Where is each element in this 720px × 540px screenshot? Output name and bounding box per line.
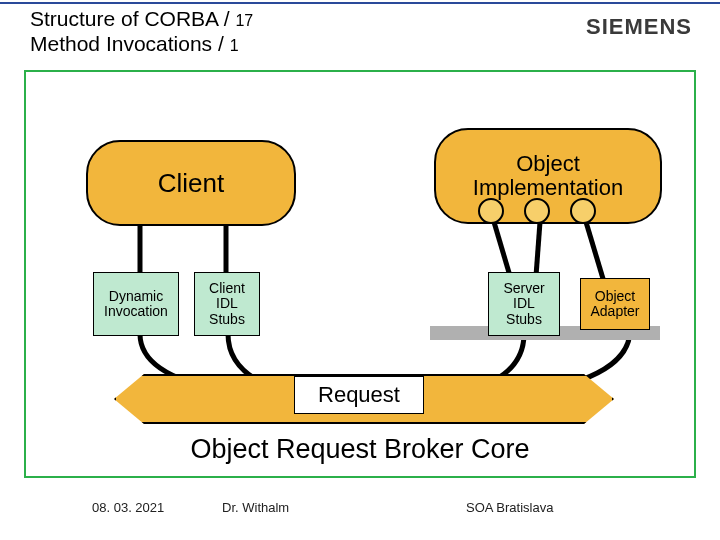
oa-l2: Adapter: [590, 304, 639, 319]
title-line2-num: 1: [230, 37, 239, 54]
server-idl-stubs-block: Server IDL Stubs: [488, 272, 560, 336]
dyn-l2: Invocation: [104, 304, 168, 319]
object-instance-dot: [524, 198, 550, 224]
object-adapter-block: Object Adapter: [580, 278, 650, 330]
object-instance-dot: [478, 198, 504, 224]
object-instance-dot: [570, 198, 596, 224]
sidl-l3: Stubs: [506, 312, 542, 327]
cidl-l2: IDL: [216, 296, 238, 311]
footer-place: SOA Bratislava: [466, 500, 553, 515]
client-label: Client: [158, 169, 224, 198]
request-box: Request: [294, 376, 424, 414]
title-line1-num: 17: [235, 12, 253, 29]
request-label: Request: [318, 383, 400, 407]
footer-date: 08. 03. 2021: [92, 500, 164, 515]
title-line2-text: Method Invocations /: [30, 32, 230, 55]
orb-core-caption: Object Request Broker Core: [0, 434, 720, 465]
company-logo: SIEMENS: [586, 14, 692, 40]
footer-author: Dr. Withalm: [222, 500, 289, 515]
slide-title: Structure of CORBA / 17 Method Invocatio…: [30, 6, 253, 56]
title-line1-text: Structure of CORBA /: [30, 7, 235, 30]
client-idl-stubs-block: Client IDL Stubs: [194, 272, 260, 336]
client-block: Client: [86, 140, 296, 226]
oa-l1: Object: [595, 289, 635, 304]
dyn-l1: Dynamic: [109, 289, 163, 304]
cidl-l1: Client: [209, 281, 245, 296]
object-impl-label-2: Implementation: [473, 176, 623, 200]
dynamic-invocation-block: Dynamic Invocation: [93, 272, 179, 336]
cidl-l3: Stubs: [209, 312, 245, 327]
sidl-l1: Server: [503, 281, 544, 296]
sidl-l2: IDL: [513, 296, 535, 311]
object-impl-instances: [478, 198, 596, 224]
top-rule: [0, 2, 720, 4]
object-impl-label-1: Object: [516, 152, 580, 176]
